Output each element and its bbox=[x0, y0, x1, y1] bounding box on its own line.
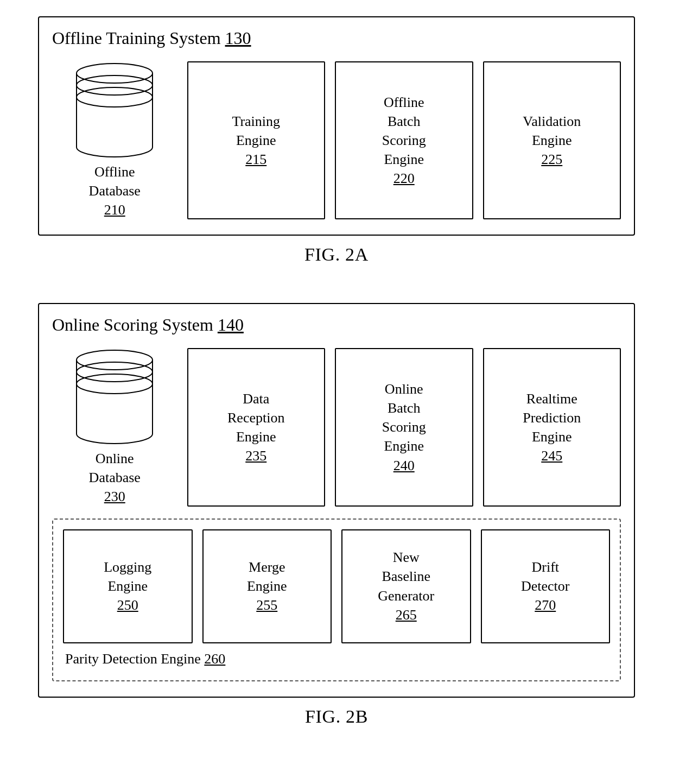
training-engine-label: TrainingEngine215 bbox=[232, 112, 280, 169]
data-reception-engine-box: DataReceptionEngine235 bbox=[187, 348, 326, 506]
offline-database-cylinder-wrapper: OfflineDatabase210 bbox=[71, 61, 158, 219]
merge-engine-num: 255 bbox=[247, 596, 287, 615]
merge-engine-box: MergeEngine255 bbox=[202, 529, 332, 643]
logging-engine-label: LoggingEngine250 bbox=[104, 558, 151, 615]
fig2a-label: FIG. 2A bbox=[304, 244, 369, 265]
offline-training-system-num: 130 bbox=[225, 28, 251, 48]
parity-components-row: LoggingEngine250 MergeEngine255 NewBasel… bbox=[63, 529, 610, 643]
svg-point-4 bbox=[77, 64, 153, 83]
online-scoring-system-num: 140 bbox=[218, 315, 244, 334]
fig2a-diagram: Offline Training System 130 bbox=[22, 16, 651, 265]
online-batch-scoring-box: OnlineBatchScoringEngine240 bbox=[335, 348, 473, 506]
data-reception-engine-label: DataReceptionEngine235 bbox=[227, 389, 284, 465]
validation-engine-num: 225 bbox=[523, 150, 581, 169]
fig2a-components-row: OfflineDatabase210 TrainingEngine215 Off… bbox=[52, 61, 621, 219]
online-database-container: OnlineDatabase230 bbox=[52, 348, 177, 506]
fig2b-top-components-row: OnlineDatabase230 DataReceptionEngine235… bbox=[52, 348, 621, 506]
new-baseline-generator-box: NewBaselineGenerator265 bbox=[341, 529, 471, 643]
offline-training-system-title: Offline Training System 130 bbox=[52, 28, 251, 48]
online-batch-scoring-num: 240 bbox=[382, 456, 426, 475]
offline-batch-scoring-label: OfflineBatchScoringEngine220 bbox=[382, 93, 426, 188]
drift-detector-box: DriftDetector270 bbox=[481, 529, 611, 643]
validation-engine-label: ValidationEngine225 bbox=[523, 112, 581, 169]
merge-engine-label: MergeEngine255 bbox=[247, 558, 287, 615]
data-reception-engine-num: 235 bbox=[227, 446, 284, 465]
online-database-label: OnlineDatabase230 bbox=[89, 449, 141, 506]
parity-label-num: 260 bbox=[204, 651, 225, 667]
offline-training-system-box: Offline Training System 130 bbox=[38, 16, 635, 236]
online-database-cylinder-icon bbox=[71, 348, 158, 446]
offline-batch-scoring-num: 220 bbox=[382, 169, 426, 188]
fig2b-diagram: Online Scoring System 140 bbox=[22, 303, 651, 726]
parity-detection-engine-label: Parity Detection Engine 260 bbox=[63, 651, 610, 667]
training-engine-num: 215 bbox=[232, 150, 280, 169]
offline-training-system-title-text: Offline Training System bbox=[52, 28, 225, 48]
svg-rect-8 bbox=[77, 360, 153, 434]
realtime-prediction-engine-num: 245 bbox=[523, 446, 581, 465]
online-scoring-system-title: Online Scoring System 140 bbox=[52, 315, 244, 335]
online-scoring-system-box: Online Scoring System 140 bbox=[38, 303, 635, 697]
svg-point-11 bbox=[77, 350, 153, 370]
training-engine-box: TrainingEngine215 bbox=[187, 61, 326, 219]
online-batch-scoring-label: OnlineBatchScoringEngine240 bbox=[382, 380, 426, 475]
offline-batch-scoring-box: OfflineBatchScoringEngine220 bbox=[335, 61, 473, 219]
logging-engine-num: 250 bbox=[104, 596, 151, 615]
parity-detection-engine-box: LoggingEngine250 MergeEngine255 NewBasel… bbox=[52, 519, 621, 681]
realtime-prediction-engine-label: RealtimePredictionEngine245 bbox=[523, 389, 581, 465]
online-database-cylinder-wrapper: OnlineDatabase230 bbox=[71, 348, 158, 506]
logging-engine-box: LoggingEngine250 bbox=[63, 529, 193, 643]
offline-database-label: OfflineDatabase210 bbox=[89, 162, 141, 219]
online-scoring-system-title-text: Online Scoring System bbox=[52, 315, 218, 334]
validation-engine-box: ValidationEngine225 bbox=[483, 61, 621, 219]
fig2b-label: FIG. 2B bbox=[305, 706, 368, 727]
offline-database-cylinder-icon bbox=[71, 61, 158, 159]
parity-label-text: Parity Detection Engine bbox=[65, 651, 204, 667]
new-baseline-generator-label: NewBaselineGenerator265 bbox=[378, 548, 434, 624]
drift-detector-num: 270 bbox=[521, 596, 570, 615]
svg-rect-1 bbox=[77, 73, 153, 147]
new-baseline-generator-num: 265 bbox=[378, 605, 434, 624]
offline-database-container: OfflineDatabase210 bbox=[52, 61, 177, 219]
online-database-num: 230 bbox=[89, 487, 141, 506]
realtime-prediction-engine-box: RealtimePredictionEngine245 bbox=[483, 348, 621, 506]
offline-database-num: 210 bbox=[89, 200, 141, 219]
drift-detector-label: DriftDetector270 bbox=[521, 558, 570, 615]
